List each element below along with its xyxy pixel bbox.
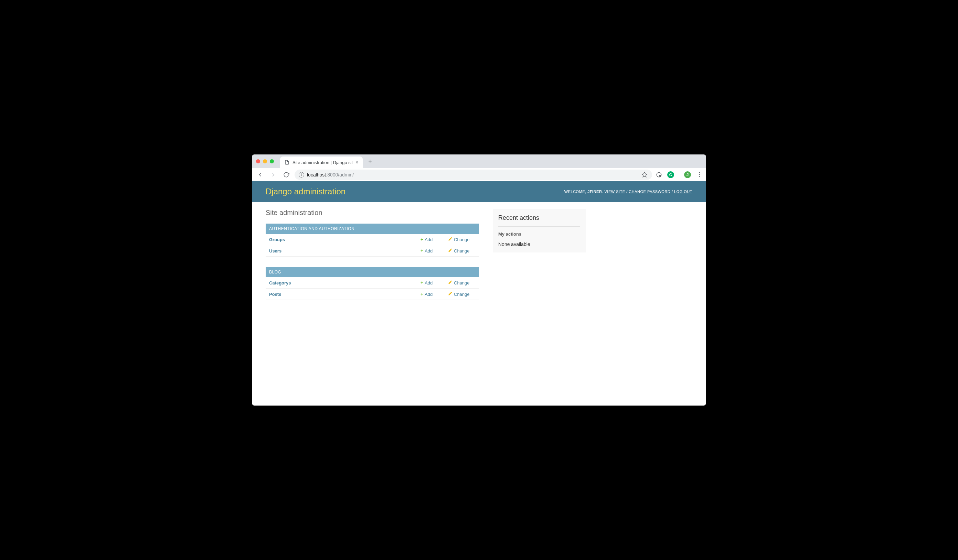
model-row: Groups+ Add Change bbox=[266, 234, 479, 245]
page-icon bbox=[284, 160, 290, 165]
add-link[interactable]: + Add bbox=[420, 291, 441, 297]
add-label: Add bbox=[425, 248, 433, 253]
chrome-menu-button[interactable] bbox=[696, 171, 703, 178]
address-bar[interactable]: i localhost:8000/admin/ bbox=[295, 169, 652, 180]
model-link[interactable]: Categorys bbox=[269, 280, 420, 285]
plus-icon: + bbox=[420, 291, 423, 297]
change-label: Change bbox=[454, 292, 470, 297]
chrome-tabbar: Site administration | Django sit × + bbox=[252, 155, 706, 168]
close-tab-button[interactable]: × bbox=[355, 160, 358, 165]
forward-button[interactable] bbox=[268, 170, 278, 180]
change-label: Change bbox=[454, 280, 470, 285]
change-link[interactable]: Change bbox=[448, 291, 476, 297]
browser-window: Site administration | Django sit × + i l… bbox=[252, 155, 706, 405]
page-body: Site administration AUTHENTICATION AND A… bbox=[252, 202, 706, 317]
main-column: Site administration AUTHENTICATION AND A… bbox=[266, 209, 479, 310]
username: JFINER bbox=[587, 190, 602, 194]
maximize-window-button[interactable] bbox=[270, 159, 274, 163]
site-info-icon[interactable]: i bbox=[299, 172, 304, 177]
add-label: Add bbox=[425, 280, 433, 285]
browser-tab[interactable]: Site administration | Django sit × bbox=[280, 157, 363, 168]
reload-button[interactable] bbox=[281, 170, 291, 180]
chrome-toolbar: i localhost:8000/admin/ G J bbox=[252, 168, 706, 181]
pencil-icon bbox=[448, 248, 452, 253]
page-title: Site administration bbox=[266, 209, 479, 217]
back-button[interactable] bbox=[255, 170, 265, 180]
new-tab-button[interactable]: + bbox=[365, 157, 375, 166]
add-label: Add bbox=[425, 237, 433, 242]
recent-actions-title: Recent actions bbox=[498, 214, 580, 227]
plus-icon: + bbox=[420, 237, 423, 242]
pencil-icon bbox=[448, 280, 452, 285]
close-window-button[interactable] bbox=[256, 159, 260, 163]
branding-title[interactable]: Django administration bbox=[266, 187, 346, 196]
plus-icon: + bbox=[420, 280, 423, 285]
module-caption[interactable]: BLOG bbox=[266, 267, 479, 277]
profile-avatar[interactable]: J bbox=[684, 171, 691, 178]
add-link[interactable]: + Add bbox=[420, 248, 441, 253]
page-content: Django administration WELCOME, JFINER. V… bbox=[252, 181, 706, 405]
change-link[interactable]: Change bbox=[448, 237, 476, 242]
add-link[interactable]: + Add bbox=[420, 280, 441, 285]
minimize-window-button[interactable] bbox=[263, 159, 267, 163]
add-link[interactable]: + Add bbox=[420, 237, 441, 242]
welcome-text: WELCOME, bbox=[564, 190, 587, 194]
model-link[interactable]: Users bbox=[269, 248, 420, 253]
model-link[interactable]: Groups bbox=[269, 237, 420, 242]
extension-icon[interactable] bbox=[655, 171, 662, 178]
change-password-link[interactable]: CHANGE PASSWORD bbox=[629, 190, 670, 194]
model-row: Categorys+ Add Change bbox=[266, 277, 479, 289]
no-actions-text: None available bbox=[498, 242, 580, 247]
app-module: AUTHENTICATION AND AUTHORIZATIONGroups+ … bbox=[266, 224, 479, 256]
svg-point-2 bbox=[659, 175, 661, 176]
window-controls bbox=[256, 159, 274, 163]
change-link[interactable]: Change bbox=[448, 248, 476, 253]
toolbar-icons: G J bbox=[655, 171, 703, 178]
logout-link[interactable]: LOG OUT bbox=[674, 190, 692, 194]
my-actions-subtitle: My actions bbox=[498, 231, 580, 237]
model-link[interactable]: Posts bbox=[269, 292, 420, 297]
model-row: Users+ Add Change bbox=[266, 245, 479, 256]
add-label: Add bbox=[425, 292, 433, 297]
toolbar-divider bbox=[679, 171, 679, 178]
change-label: Change bbox=[454, 248, 470, 253]
tab-title: Site administration | Django sit bbox=[292, 160, 353, 165]
url-text: localhost:8000/admin/ bbox=[307, 172, 354, 177]
app-module: BLOGCategorys+ Add ChangePosts+ Add Chan… bbox=[266, 267, 479, 300]
bookmark-star-icon[interactable] bbox=[641, 171, 648, 178]
view-site-link[interactable]: VIEW SITE bbox=[604, 190, 625, 194]
pencil-icon bbox=[448, 291, 452, 297]
plus-icon: + bbox=[420, 248, 423, 253]
recent-actions-panel: Recent actions My actions None available bbox=[493, 209, 586, 253]
django-header: Django administration WELCOME, JFINER. V… bbox=[252, 181, 706, 202]
module-caption[interactable]: AUTHENTICATION AND AUTHORIZATION bbox=[266, 224, 479, 234]
user-tools: WELCOME, JFINER. VIEW SITE / CHANGE PASS… bbox=[564, 190, 692, 194]
model-row: Posts+ Add Change bbox=[266, 289, 479, 300]
pencil-icon bbox=[448, 237, 452, 242]
change-label: Change bbox=[454, 237, 470, 242]
grammarly-extension-icon[interactable]: G bbox=[667, 171, 674, 178]
svg-marker-0 bbox=[642, 172, 647, 177]
change-link[interactable]: Change bbox=[448, 280, 476, 285]
